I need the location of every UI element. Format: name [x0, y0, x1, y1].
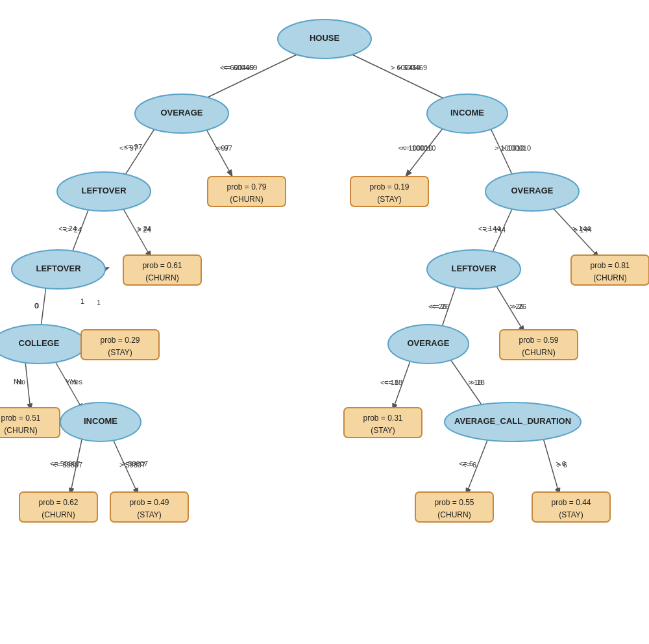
node-college-label: COLLEGE — [19, 338, 60, 348]
node-leaf5-line1: prob = 0.29 — [100, 336, 140, 345]
edge-lbl-3: <= 97 — [119, 144, 138, 152]
node-leaf6-line2: (CHURN) — [522, 348, 555, 357]
node-leftover3-label: LEFTOVER — [451, 264, 496, 273]
edge-college-leaf7 — [25, 356, 31, 410]
edge-lbl-17: <= 18 — [380, 378, 398, 386]
edge-lbl-1: <= 600469 — [220, 64, 254, 71]
edge-lbl-6: > 100010 — [501, 144, 531, 152]
node-income1-label: INCOME — [450, 108, 484, 118]
edge-lbl-18: > 18 — [468, 378, 482, 386]
node-leaf12-line1: prob = 0.44 — [551, 498, 591, 507]
node-leaf3-line2: (CHURN) — [145, 273, 178, 282]
edge-lbl-13: <= 26 — [428, 303, 447, 310]
node-leaf4-line2: (CHURN) — [593, 273, 626, 282]
edge-house-income1 — [344, 51, 451, 102]
decision-tree-svg: <= 600469 > 600469 <= 97 > 97 <= 100010 … — [0, 0, 649, 644]
node-leaf2-line1: prob = 0.19 — [369, 182, 409, 192]
node-house-label: HOUSE — [310, 33, 340, 43]
node-leaf9-line2: (CHURN) — [42, 510, 75, 519]
edge-lbl-4: > 97 — [215, 144, 229, 152]
edge-lbl-5: <= 100010 — [398, 144, 433, 152]
node-leaf10-line1: prob = 0.49 — [129, 498, 169, 507]
edge-lbl-12: 1 — [80, 297, 84, 305]
node-leftover1-label: LEFTOVER — [81, 186, 127, 195]
node-leaf8-line2: (STAY) — [371, 426, 395, 435]
node-leaf11-line1: prob = 0.55 — [434, 498, 474, 507]
edge-lbl-7: <= 24 — [58, 225, 77, 232]
node-leaf3-line1: prob = 0.61 — [142, 261, 182, 270]
node-avg-call-label: AVERAGE_CALL_DURATION — [454, 416, 571, 426]
edge-label-leftover2-leaf5: 1 — [97, 299, 101, 306]
node-overage2-label: OVERAGE — [511, 186, 553, 195]
node-leaf8-line1: prob = 0.31 — [363, 414, 402, 423]
edge-lbl-9: <= 144 — [478, 225, 500, 232]
node-leaf4-line1: prob = 0.81 — [590, 261, 630, 270]
edge-lbl-22: > 6 — [556, 460, 566, 467]
node-leaf7-line2: (CHURN) — [4, 426, 37, 435]
node-leaf1-line1: prob = 0.79 — [227, 182, 266, 192]
edge-lbl-10: > 144 — [572, 225, 591, 232]
edge-lbl-20: > 59807 — [122, 460, 148, 467]
edge-house-overage1 — [198, 51, 305, 102]
edge-lbl-11: 0 — [34, 302, 38, 310]
edge-lbl-19: <= 59807 — [50, 460, 80, 467]
node-leaf1-line2: (CHURN) — [230, 195, 263, 204]
node-leaf5-line2: (STAY) — [108, 348, 132, 357]
node-leaf11-line2: (CHURN) — [437, 510, 471, 519]
node-leaf7-line1: prob = 0.51 — [1, 414, 40, 423]
node-overage1-label: OVERAGE — [160, 108, 202, 118]
edge-lbl-2: > 600469 — [397, 64, 427, 71]
edge-lbl-21: <= 6 — [459, 460, 473, 467]
node-overage3-label: OVERAGE — [407, 338, 449, 348]
node-leftover2-label: LEFTOVER — [36, 264, 81, 273]
edge-lbl-15: No — [14, 378, 23, 386]
node-leaf12-line2: (STAY) — [559, 510, 583, 519]
node-income2-label: INCOME — [84, 416, 117, 426]
node-leaf9-line1: prob = 0.62 — [38, 498, 78, 507]
node-leaf10-line2: (STAY) — [137, 510, 162, 519]
edge-lbl-16: Yes — [66, 378, 77, 386]
edge-lbl-14: > 26 — [509, 303, 524, 310]
node-leaf2-line2: (STAY) — [377, 195, 402, 204]
edge-lbl-8: > 24 — [137, 225, 151, 232]
node-leaf6-line1: prob = 0.59 — [519, 336, 558, 345]
